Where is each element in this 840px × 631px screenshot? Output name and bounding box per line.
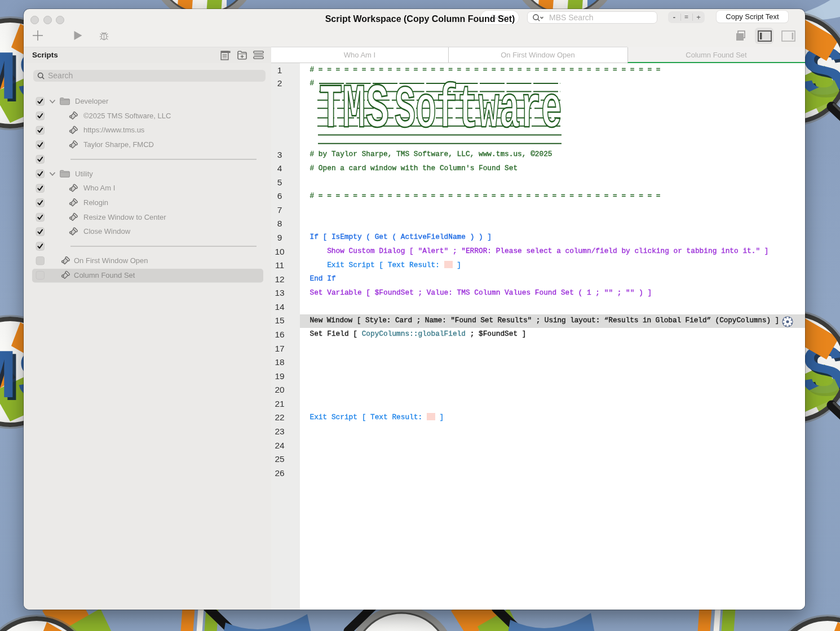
svg-text:Software: Software xyxy=(395,81,562,145)
svg-text:TMS: TMS xyxy=(319,81,389,145)
